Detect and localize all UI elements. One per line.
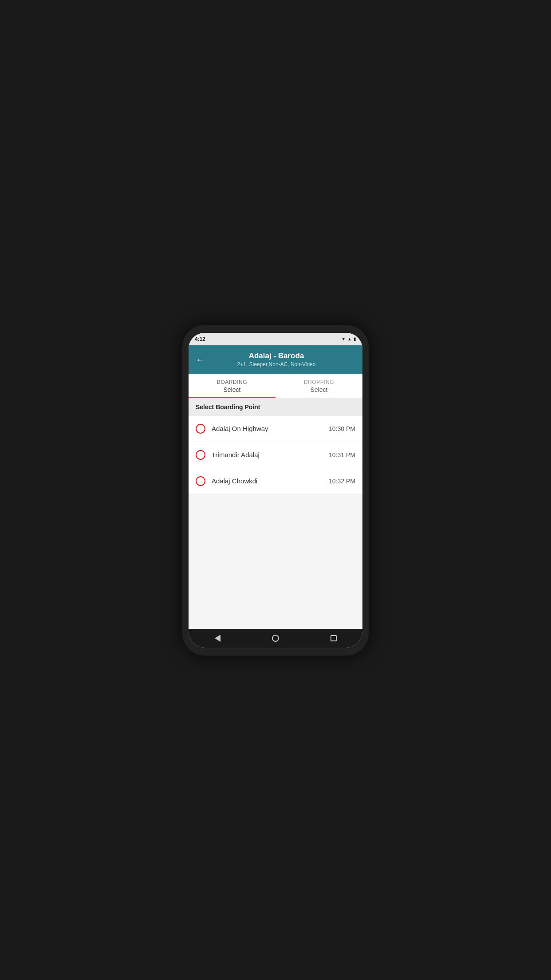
- status-time: 4:12: [195, 336, 205, 342]
- header-text: Adalaj - Baroda 2+1, Sleeper,Non-AC, Non…: [210, 352, 355, 368]
- boarding-name-2: Trimandir Adalaj: [212, 451, 329, 458]
- tab-dropping-value: Select: [279, 386, 359, 393]
- recent-icon: [331, 635, 337, 641]
- boarding-item-2[interactable]: Trimandir Adalaj 10:31 PM: [189, 442, 362, 468]
- phone-frame: 4:12 ▼ ▲ ▮ ← Adalaj - Baroda 2+1, Sleepe…: [182, 325, 369, 656]
- signal-icon: ▲: [347, 336, 352, 341]
- radio-trimandir[interactable]: [196, 450, 205, 460]
- battery-icon: ▮: [354, 336, 356, 341]
- app-header: ← Adalaj - Baroda 2+1, Sleeper,Non-AC, N…: [189, 345, 362, 374]
- nav-recent-button[interactable]: [325, 629, 342, 647]
- wifi-icon: ▼: [341, 336, 346, 341]
- section-header: Select Boarding Point: [189, 398, 362, 416]
- boarding-item-3[interactable]: Adalaj Chowkdi 10:32 PM: [189, 468, 362, 494]
- tabs-bar: BOARDING Select DROPPING Select: [189, 374, 362, 398]
- tab-boarding-value: Select: [192, 386, 272, 393]
- back-button[interactable]: ←: [196, 355, 205, 364]
- boarding-time-2: 10:31 PM: [329, 451, 355, 458]
- boarding-time-3: 10:32 PM: [329, 478, 355, 485]
- radio-chowkdi[interactable]: [196, 476, 205, 486]
- tab-dropping[interactable]: DROPPING Select: [276, 374, 362, 398]
- radio-adalaj-highway[interactable]: [196, 424, 205, 434]
- boarding-list: Adalaj On Highway 10:30 PM Trimandir Ada…: [189, 416, 362, 494]
- back-icon: [215, 635, 220, 642]
- nav-home-button[interactable]: [267, 629, 284, 647]
- nav-bar: [189, 629, 362, 648]
- status-icons: ▼ ▲ ▮: [341, 336, 356, 341]
- boarding-name-3: Adalaj Chowkdi: [212, 477, 329, 485]
- tab-boarding[interactable]: BOARDING Select: [189, 374, 276, 398]
- home-icon: [272, 635, 279, 642]
- nav-back-button[interactable]: [209, 629, 226, 647]
- tab-boarding-label: BOARDING: [192, 379, 272, 385]
- boarding-name-1: Adalaj On Highway: [212, 425, 329, 432]
- phone-screen: 4:12 ▼ ▲ ▮ ← Adalaj - Baroda 2+1, Sleepe…: [189, 333, 362, 648]
- status-bar: 4:12 ▼ ▲ ▮: [189, 333, 362, 345]
- header-title: Adalaj - Baroda: [210, 352, 343, 360]
- tab-dropping-label: DROPPING: [279, 379, 359, 385]
- header-subtitle: 2+1, Sleeper,Non-AC, Non-Video: [210, 361, 343, 368]
- boarding-item-1[interactable]: Adalaj On Highway 10:30 PM: [189, 416, 362, 442]
- boarding-time-1: 10:30 PM: [329, 425, 355, 432]
- content-area: Select Boarding Point Adalaj On Highway …: [189, 398, 362, 629]
